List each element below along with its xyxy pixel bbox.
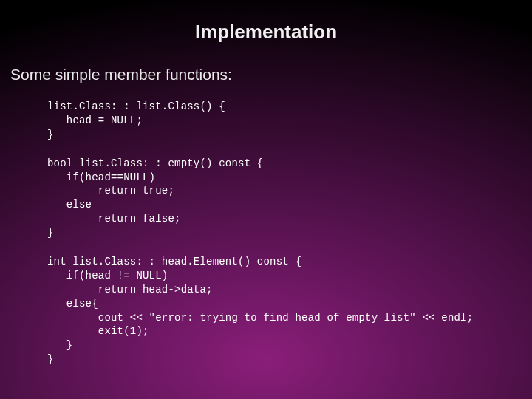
code-block-empty: bool list.Class: : empty() const { if(he… <box>47 157 523 240</box>
slide-title: Implementation <box>9 21 523 44</box>
slide: Implementation Some simple member functi… <box>0 0 532 399</box>
code-block-head-element: int list.Class: : head.Element() const {… <box>47 255 523 366</box>
code-block-constructor: list.Class: : list.Class() { head = NULL… <box>47 100 523 142</box>
slide-subtitle: Some simple member functions: <box>10 66 523 83</box>
